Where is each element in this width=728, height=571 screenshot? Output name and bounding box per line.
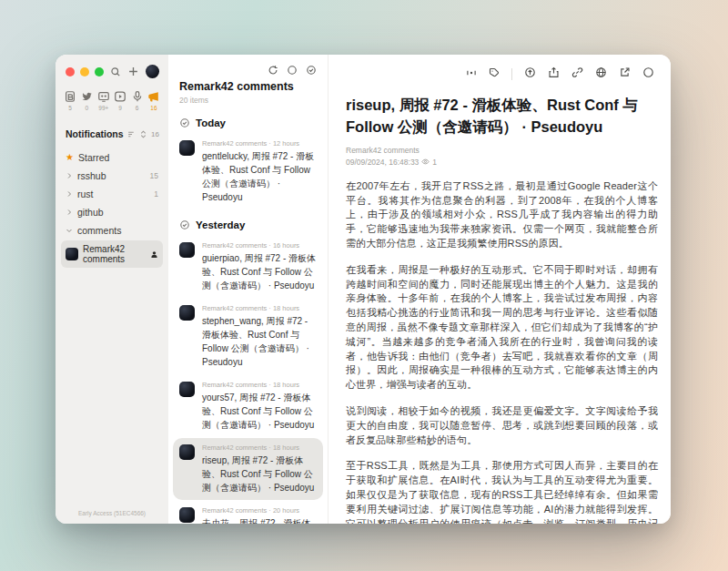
star-icon: ★ bbox=[66, 153, 74, 162]
tab-videos[interactable]: 9 bbox=[114, 90, 126, 111]
open-external-icon[interactable] bbox=[619, 66, 631, 82]
reader-pane: riseup, 周报 #72 - 滑板体验、Rust Conf 与 Follow… bbox=[329, 55, 671, 524]
refresh-icon[interactable] bbox=[268, 63, 278, 79]
tab-notifications[interactable]: 16 bbox=[147, 90, 160, 111]
entry-list-item[interactable]: Remark42 comments · 18 hours yours57, 周报… bbox=[173, 375, 323, 437]
article-paragraph: 在我看来，周报是一种极好的互动形式。它不同于即时对话，却拥有跨越时间和空间的魔力… bbox=[346, 263, 658, 393]
traffic-lights bbox=[66, 67, 104, 76]
sidebar-folder-rsshub[interactable]: rsshub 15 bbox=[61, 167, 163, 185]
reader-toolbar bbox=[329, 55, 671, 82]
entry-list-item[interactable]: Remark42 comments · 16 hours guierpiao, … bbox=[173, 236, 323, 298]
sidebar-section-title: Notifications bbox=[66, 128, 124, 139]
entry-section-header: Today bbox=[168, 108, 328, 133]
feed-avatar bbox=[66, 248, 78, 260]
folder-count: 15 bbox=[150, 171, 158, 180]
entry-feed-avatar bbox=[179, 507, 195, 523]
entry-list-item[interactable]: Remark42 comments · 12 hours gentlelucky… bbox=[173, 134, 323, 209]
open-in-browser-icon[interactable] bbox=[595, 66, 607, 82]
article-paragraph: 至于RSS工具，既然是为工具，那使用方式可因人而异，主要目的在于获取和扩展信息。… bbox=[346, 459, 658, 524]
social-bird-icon bbox=[80, 90, 93, 103]
tab-social[interactable]: 0 bbox=[80, 90, 93, 111]
sidebar: 5 0 99+ 9 6 16 Notifi bbox=[56, 55, 168, 524]
feed-tree: ★ Starred rsshub 15 rust 1 github commen… bbox=[56, 148, 168, 268]
tab-count: 6 bbox=[136, 105, 139, 111]
mark-all-read-icon[interactable] bbox=[306, 63, 317, 79]
scroll-top-icon[interactable] bbox=[524, 66, 536, 82]
starred-label: Starred bbox=[78, 152, 109, 163]
entry-title: yours57, 周报 #72 - 滑板体验、Rust Conf 与 Follo… bbox=[202, 391, 317, 432]
article-date: 09/09/2024, 16:48:33 bbox=[346, 158, 419, 167]
tab-audio[interactable]: 6 bbox=[131, 90, 144, 111]
section-label: Yesterday bbox=[196, 219, 245, 230]
entry-feed-avatar bbox=[179, 242, 195, 258]
minimize-window-button[interactable] bbox=[80, 67, 89, 76]
article-title: riseup, 周报 #72 - 滑板体验、Rust Conf 与 Follow… bbox=[346, 95, 658, 138]
folder-label: comments bbox=[77, 225, 121, 236]
tab-count: 16 bbox=[150, 105, 157, 111]
entry-section-header: Yesterday bbox=[168, 210, 328, 235]
article-paragraph: 在2007年左右，我开启了RSS之路，最初是通过Google Reader这个平… bbox=[346, 179, 658, 251]
article-source[interactable]: Remark42 comments bbox=[346, 146, 658, 155]
copy-link-icon[interactable] bbox=[571, 66, 583, 82]
tab-pictures[interactable]: 99+ bbox=[97, 90, 110, 111]
entry-meta: Remark42 comments · 12 hours bbox=[202, 139, 317, 148]
entry-title: 未央花_, 周报 #72 - 滑板体验、Rust Conf 与 Follow 公… bbox=[202, 516, 317, 524]
unread-total: 16 bbox=[151, 130, 159, 138]
section-label: Today bbox=[196, 117, 226, 128]
entry-feed-avatar bbox=[179, 382, 195, 397]
sidebar-folder-rust[interactable]: rust 1 bbox=[61, 185, 163, 203]
entry-list-column: Remark42 comments 20 items Today Remark4… bbox=[168, 55, 329, 524]
chevron-down-icon[interactable] bbox=[66, 227, 73, 234]
section-check-circle-icon[interactable] bbox=[179, 117, 190, 128]
entry-feed-avatar bbox=[179, 305, 195, 321]
sidebar-folder-comments[interactable]: comments bbox=[61, 221, 163, 240]
folder-label: github bbox=[77, 207, 104, 218]
section-check-circle-icon[interactable] bbox=[179, 219, 190, 230]
entry-list-item[interactable]: Remark42 comments · 18 hours riseup, 周报 … bbox=[173, 438, 323, 500]
entry-title: riseup, 周报 #72 - 滑板体验、Rust Conf 与 Follow… bbox=[202, 454, 317, 495]
videos-icon bbox=[114, 90, 126, 103]
close-window-button[interactable] bbox=[66, 67, 75, 76]
view-tabs: 5 0 99+ 9 6 16 bbox=[56, 78, 168, 111]
sidebar-item-starred[interactable]: ★ Starred bbox=[61, 148, 163, 167]
chevron-right-icon[interactable] bbox=[66, 172, 73, 179]
articles-icon bbox=[64, 90, 76, 103]
chevron-right-icon[interactable] bbox=[66, 190, 73, 198]
tab-count: 99+ bbox=[98, 105, 108, 111]
entry-meta: Remark42 comments · 16 hours bbox=[202, 241, 317, 250]
search-icon[interactable] bbox=[110, 66, 121, 77]
tab-count: 9 bbox=[118, 105, 122, 111]
chevron-right-icon[interactable] bbox=[66, 209, 73, 216]
entry-list-item[interactable]: Remark42 comments · 20 hours 未央花_, 周报 #7… bbox=[173, 501, 323, 524]
user-avatar[interactable] bbox=[146, 65, 159, 78]
sidebar-folder-github[interactable]: github bbox=[61, 203, 163, 221]
window-titlebar bbox=[56, 55, 168, 78]
tag-icon[interactable] bbox=[489, 66, 500, 82]
article-paragraph: 说到阅读，相较于如今的视频，我还是更偏爱文字。文字阅读给予我更大的自由度，我可以… bbox=[346, 404, 658, 447]
entry-meta: Remark42 comments · 18 hours bbox=[202, 444, 317, 452]
entry-list: Today Remark42 comments · 12 hours gentl… bbox=[168, 107, 328, 524]
early-access-label: Early Access (51EC4566) bbox=[56, 510, 168, 516]
tab-articles[interactable]: 5 bbox=[64, 90, 76, 111]
entry-feed-avatar bbox=[179, 140, 195, 156]
entry-title: gentlelucky, 周报 #72 - 滑板体验、Rust Conf 与 F… bbox=[202, 149, 317, 204]
sidebar-feed-remark42[interactable]: Remark42 comments bbox=[61, 240, 163, 268]
focus-mode-icon[interactable] bbox=[466, 66, 477, 82]
tab-count: 5 bbox=[68, 105, 72, 111]
pictures-icon bbox=[97, 90, 110, 103]
entry-meta: Remark42 comments · 18 hours bbox=[202, 304, 317, 312]
entry-meta: Remark42 comments · 18 hours bbox=[202, 381, 317, 389]
add-subscription-icon[interactable] bbox=[127, 66, 139, 77]
zoom-window-button[interactable] bbox=[95, 67, 104, 76]
audio-mic-icon bbox=[131, 90, 144, 103]
entry-list-count: 20 items bbox=[179, 96, 317, 105]
sort-icon[interactable] bbox=[127, 126, 136, 142]
entry-list-item[interactable]: Remark42 comments · 18 hours stephen_wan… bbox=[173, 299, 323, 374]
folder-label: rsshub bbox=[77, 170, 106, 181]
unread-only-icon[interactable] bbox=[287, 63, 298, 79]
share-icon[interactable] bbox=[548, 66, 560, 82]
collapse-all-icon[interactable] bbox=[139, 126, 147, 142]
eye-icon bbox=[421, 158, 430, 168]
notifications-megaphone-icon bbox=[147, 90, 160, 103]
mark-read-circle-icon[interactable] bbox=[642, 66, 654, 82]
